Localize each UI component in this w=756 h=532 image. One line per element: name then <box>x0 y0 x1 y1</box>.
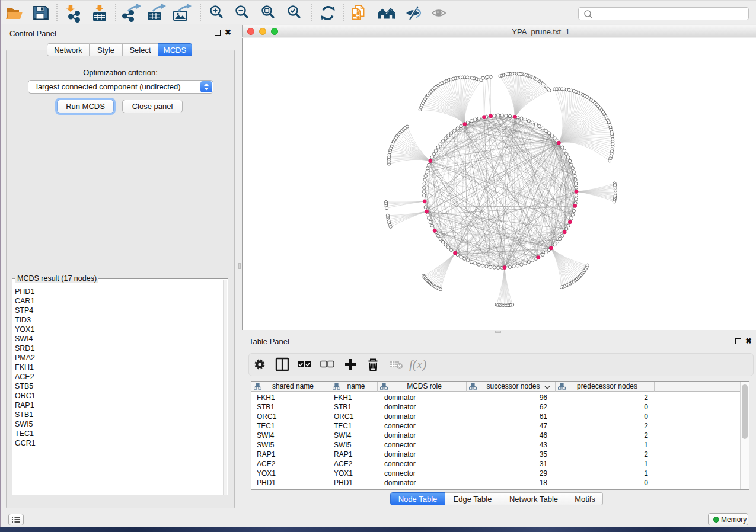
svg-text:f(x): f(x) <box>409 357 426 371</box>
